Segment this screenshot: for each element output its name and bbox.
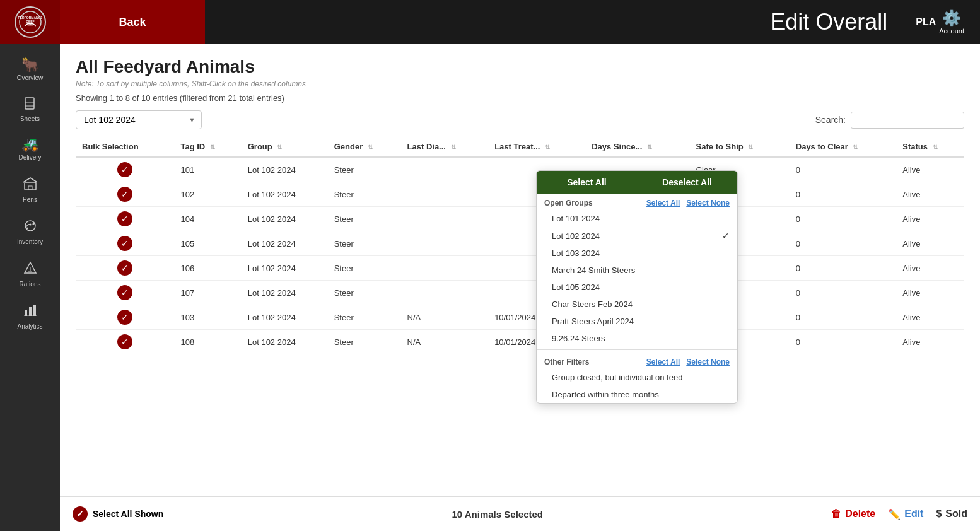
- last-dia-cell: [401, 182, 489, 207]
- edit-button[interactable]: ✏️ Edit: [888, 508, 923, 520]
- row-checkbox[interactable]: ✓: [117, 211, 132, 226]
- open-groups-select-none[interactable]: Select None: [686, 199, 730, 207]
- col-last-treat[interactable]: Last Treat... ⇅: [488, 137, 585, 157]
- days-clear-cell: 0: [790, 157, 897, 182]
- dropdown-groups-list: Lot 101 2024Lot 102 2024Lot 103 2024Marc…: [537, 210, 737, 347]
- gender-cell: Steer: [328, 330, 401, 354]
- last-dia-cell: [401, 231, 489, 256]
- row-checkbox[interactable]: ✓: [117, 285, 132, 300]
- sold-button[interactable]: $ Sold: [936, 508, 967, 520]
- svg-point-10: [26, 228, 28, 230]
- sidebar-item-sheets[interactable]: Sheets: [0, 89, 60, 130]
- dropdown-group-item[interactable]: Char Steers Feb 2024: [537, 296, 737, 313]
- svg-point-11: [29, 224, 31, 226]
- days-clear-cell: 0: [790, 330, 897, 354]
- col-safe-ship[interactable]: Safe to Ship ⇅: [690, 137, 790, 157]
- sidebar-item-overview[interactable]: 🐂 Overview: [0, 50, 60, 89]
- deselect-all-button[interactable]: Deselect All: [637, 171, 737, 194]
- col-status[interactable]: Status ⇅: [896, 137, 964, 157]
- group-cell: Lot 102 2024: [242, 305, 328, 330]
- bulk-cell[interactable]: ✓: [76, 182, 175, 207]
- sidebar-item-label: Inventory: [17, 238, 43, 245]
- sidebar-item-inventory[interactable]: Inventory: [0, 211, 60, 253]
- col-last-dia[interactable]: Last Dia... ⇅: [401, 137, 489, 157]
- bulk-cell[interactable]: ✓: [76, 281, 175, 305]
- row-checkbox[interactable]: ✓: [117, 310, 132, 325]
- edit-label: Edit: [904, 508, 923, 520]
- dropdown-other-filter-item[interactable]: Departed within three months: [537, 386, 737, 403]
- account-area[interactable]: PLA ⚙️ Account: [916, 9, 971, 35]
- open-groups-section: Open Groups Select All Select None: [537, 194, 737, 210]
- row-checkbox[interactable]: ✓: [117, 236, 132, 251]
- main-area: Back Edit Overall PLA ⚙️ Account All Fee…: [60, 0, 980, 531]
- col-group[interactable]: Group ⇅: [242, 137, 328, 157]
- search-input[interactable]: [851, 112, 964, 129]
- sidebar-item-pens[interactable]: Pens: [0, 168, 60, 211]
- other-filters-select-none[interactable]: Select None: [686, 358, 730, 366]
- dropdown-group-item[interactable]: Lot 101 2024: [537, 210, 737, 227]
- bulk-cell[interactable]: ✓: [76, 207, 175, 231]
- last-dia-cell: [401, 281, 489, 305]
- other-filters-select-all[interactable]: Select All: [646, 358, 680, 366]
- row-checkbox[interactable]: ✓: [117, 162, 132, 177]
- dropdown-group-item[interactable]: Lot 105 2024: [537, 279, 737, 296]
- col-days-treat[interactable]: Days Since... ⇅: [585, 137, 689, 157]
- last-dia-cell: N/A: [401, 330, 489, 354]
- row-checkbox[interactable]: ✓: [117, 187, 132, 202]
- days-clear-cell: 0: [790, 182, 897, 207]
- group-cell: Lot 102 2024: [242, 256, 328, 281]
- sidebar-item-label: Overview: [17, 74, 44, 81]
- sidebar-logo: PERFORMANCE BEEF: [0, 0, 60, 44]
- dropdown-group-item[interactable]: 9.26.24 Steers: [537, 330, 737, 347]
- status-cell: Alive: [896, 182, 964, 207]
- dropdown-group-item[interactable]: Lot 102 2024: [537, 227, 737, 245]
- delete-label: Delete: [845, 508, 875, 520]
- analytics-icon: [23, 303, 38, 320]
- group-filter-dropdown-menu: Select All Deselect All Open Groups Sele…: [536, 170, 738, 404]
- status-cell: Alive: [896, 305, 964, 330]
- days-clear-cell: 0: [790, 207, 897, 231]
- status-cell: Alive: [896, 231, 964, 256]
- bulk-cell[interactable]: ✓: [76, 330, 175, 354]
- select-all-button[interactable]: Select All: [537, 171, 637, 194]
- status-cell: Alive: [896, 330, 964, 354]
- status-cell: Alive: [896, 281, 964, 305]
- bulk-cell[interactable]: ✓: [76, 256, 175, 281]
- bottom-bar: ✓ Select All Shown 10 Animals Selected 🗑…: [60, 496, 980, 531]
- tag-cell: 105: [175, 231, 242, 256]
- dropdown-other-filter-item[interactable]: Group closed, but individual on feed: [537, 369, 737, 386]
- days-clear-cell: 0: [790, 231, 897, 256]
- sidebar-item-analytics[interactable]: Analytics: [0, 295, 60, 337]
- open-groups-select-all[interactable]: Select All: [646, 199, 680, 207]
- row-checkbox[interactable]: ✓: [117, 334, 132, 349]
- bulk-cell[interactable]: ✓: [76, 305, 175, 330]
- sold-label: Sold: [945, 508, 967, 520]
- tag-cell: 107: [175, 281, 242, 305]
- row-checkbox[interactable]: ✓: [117, 260, 132, 276]
- group-filter-select[interactable]: Lot 102 2024: [76, 110, 202, 129]
- status-cell: Alive: [896, 207, 964, 231]
- sheets-icon: [23, 96, 37, 113]
- col-gender[interactable]: Gender ⇅: [328, 137, 401, 157]
- last-dia-cell: [401, 207, 489, 231]
- dropdown-group-item[interactable]: Pratt Steers April 2024: [537, 313, 737, 330]
- tag-cell: 102: [175, 182, 242, 207]
- content-note: Note: To sort by multiple columns, Shift…: [76, 79, 964, 88]
- col-tag[interactable]: Tag ID ⇅: [175, 137, 242, 157]
- group-cell: Lot 102 2024: [242, 207, 328, 231]
- back-button[interactable]: Back: [60, 0, 205, 44]
- bulk-cell[interactable]: ✓: [76, 231, 175, 256]
- col-days-clear[interactable]: Days to Clear ⇅: [790, 137, 897, 157]
- topbar: Back Edit Overall PLA ⚙️ Account: [60, 0, 980, 44]
- select-all-shown-button[interactable]: ✓ Select All Shown: [73, 506, 163, 522]
- sidebar-item-rations[interactable]: Rations: [0, 253, 60, 295]
- dropdown-group-item[interactable]: Lot 103 2024: [537, 245, 737, 262]
- svg-rect-17: [33, 305, 36, 316]
- delete-button[interactable]: 🗑 Delete: [831, 508, 875, 520]
- last-dia-cell: [401, 157, 489, 182]
- group-filter-dropdown[interactable]: Lot 102 2024: [76, 110, 202, 129]
- sidebar-item-delivery[interactable]: 🚜 Delivery: [0, 130, 60, 168]
- open-groups-links: Select All Select None: [646, 199, 730, 207]
- bulk-cell[interactable]: ✓: [76, 157, 175, 182]
- dropdown-group-item[interactable]: March 24 Smith Steers: [537, 262, 737, 279]
